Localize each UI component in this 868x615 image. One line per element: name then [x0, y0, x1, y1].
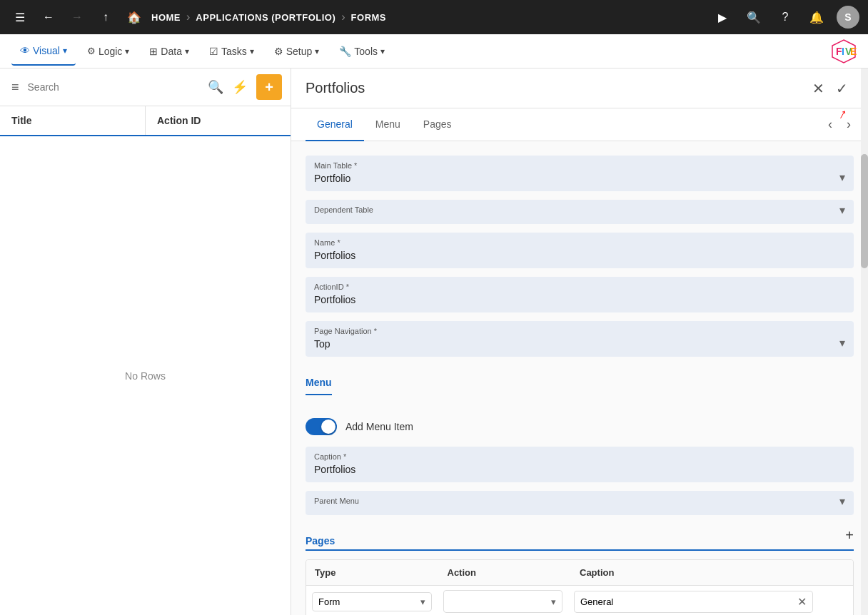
search-input[interactable]	[28, 81, 202, 93]
applications-label[interactable]: APPLICATIONS (PORTFOLIO)	[196, 12, 335, 23]
name-value[interactable]: Portfolios	[314, 250, 355, 261]
nav-item-visual[interactable]: 👁 Visual ▾	[11, 37, 76, 66]
form-pagination: ‹ ›	[817, 108, 862, 141]
caption-value[interactable]: Portfolios	[314, 464, 355, 475]
dependent-table-label: Dependent Table	[314, 205, 845, 214]
main-table-field: Main Table * Portfolio ▾	[306, 156, 854, 191]
pages-action-arrow: ▾	[551, 596, 556, 607]
pages-caption-input[interactable]: General ✕	[574, 591, 813, 613]
pages-table-row: Form ▾ ▾ General	[306, 586, 853, 615]
data-dropdown-icon: ▾	[185, 46, 189, 56]
action-id-field: ActionID * Portfolios	[306, 277, 854, 312]
parent-menu-label: Parent Menu	[314, 497, 845, 505]
top-nav: ☰ ← → ↑ 🏠 HOME › APPLICATIONS (PORTFOLIO…	[0, 0, 868, 34]
logic-dropdown-icon: ▾	[125, 46, 129, 56]
add-menu-item-toggle[interactable]	[306, 418, 337, 435]
nav-item-tools[interactable]: 🔧 Tools ▾	[330, 37, 393, 66]
pages-col-type: Type	[306, 560, 439, 585]
nav-item-logic[interactable]: ⚙ Logic ▾	[79, 37, 138, 66]
tab-general[interactable]: General	[306, 108, 364, 141]
page-navigation-value: Top	[314, 338, 330, 350]
main-table-label: Main Table *	[314, 161, 845, 170]
pages-caption-cell: General ✕	[568, 591, 819, 613]
logic-icon: ⚙	[87, 46, 96, 56]
top-nav-right: ▶ 🔍 ? 🔔 S	[711, 6, 859, 29]
dependent-table-dropdown-arrow: ▾	[839, 203, 845, 217]
menu-section-label: Menu	[306, 365, 332, 395]
nav-item-data[interactable]: ⊞ Data ▾	[141, 37, 198, 66]
tasks-label: Tasks	[221, 46, 247, 57]
pages-section-label: Pages	[306, 524, 335, 547]
toggle-knob	[321, 420, 335, 434]
form-header: Portfolios ✕ ✓ ↑	[291, 68, 868, 108]
pages-action-dropdown[interactable]: ▾	[443, 590, 563, 613]
lightning-button[interactable]: ⚡	[229, 76, 251, 98]
visual-icon: 👁	[20, 45, 30, 56]
play-button[interactable]: ▶	[711, 6, 734, 29]
right-panel: Portfolios ✕ ✓ ↑ ‹ › General Menu Pages …	[291, 68, 868, 615]
search-icon-button[interactable]: 🔍	[208, 79, 223, 95]
page-navigation-dropdown[interactable]: Top ▾	[314, 338, 845, 350]
name-label: Name *	[314, 238, 845, 247]
dependent-table-field: Dependent Table ▾	[306, 200, 854, 224]
pages-add-button[interactable]: +	[845, 527, 854, 544]
pages-caption-clear-button[interactable]: ✕	[797, 595, 807, 609]
tasks-dropdown-icon: ▾	[250, 46, 254, 56]
pages-type-value: Form	[318, 596, 340, 607]
form-title: Portfolios	[306, 80, 807, 96]
up-button[interactable]: ↑	[94, 6, 117, 29]
main-table-value: Portfolio	[314, 173, 350, 184]
pages-type-dropdown[interactable]: Form ▾	[312, 592, 432, 611]
page-navigation-dropdown-arrow: ▾	[839, 336, 845, 350]
tools-dropdown-icon: ▾	[380, 46, 385, 56]
prev-nav-button[interactable]: ‹	[822, 114, 838, 135]
logic-label: Logic	[99, 46, 122, 57]
avatar[interactable]: S	[837, 6, 859, 29]
main-layout: ≡ 🔍 ⚡ + Title Action ID No Rows Portfoli…	[0, 68, 868, 615]
form-save-button[interactable]: ✓	[830, 77, 854, 100]
svg-text:E: E	[850, 46, 857, 57]
setup-dropdown-icon: ▾	[315, 46, 319, 56]
nav-item-setup[interactable]: ⚙ Setup ▾	[266, 37, 328, 66]
scrollbar-thumb[interactable]	[861, 154, 868, 268]
data-icon: ⊞	[149, 46, 158, 57]
main-table-dropdown[interactable]: Portfolio ▾	[314, 173, 845, 184]
search-bar: ≡ 🔍 ⚡ +	[0, 68, 291, 106]
left-panel: ≡ 🔍 ⚡ + Title Action ID No Rows	[0, 68, 291, 615]
add-menu-item-row: Add Menu Item	[306, 418, 854, 435]
nav-item-tasks[interactable]: ☑ Tasks ▾	[201, 37, 263, 66]
main-table-dropdown-arrow: ▾	[839, 171, 845, 184]
form-close-button[interactable]: ✕	[807, 77, 830, 100]
hamburger-menu-button[interactable]: ☰	[9, 6, 31, 29]
notification-button[interactable]: 🔔	[805, 6, 828, 29]
pages-table-header-row: Type Action Caption	[306, 560, 853, 586]
search-button[interactable]: 🔍	[742, 6, 765, 29]
pages-header: Pages +	[306, 524, 854, 551]
page-navigation-field: Page Navigation * Top ▾	[306, 321, 854, 357]
form-content: General Menu Pages Main Table * Portfoli…	[291, 108, 868, 615]
scrollbar-track	[861, 68, 868, 615]
tab-pages[interactable]: Pages	[412, 108, 463, 141]
action-id-value[interactable]: Portfolios	[314, 294, 355, 305]
pages-col-caption: Caption	[571, 560, 819, 585]
parent-menu-dropdown-arrow: ▾	[839, 494, 845, 508]
tools-icon: 🔧	[339, 46, 351, 57]
filter-button[interactable]: ≡	[9, 77, 22, 98]
pages-col-action: Action	[439, 560, 572, 585]
tab-menu[interactable]: Menu	[364, 108, 412, 141]
help-button[interactable]: ?	[774, 6, 797, 29]
add-button[interactable]: +	[256, 74, 282, 100]
forms-label[interactable]: FORMS	[351, 12, 386, 23]
home-label[interactable]: HOME	[151, 12, 181, 23]
pages-section: Pages + Type Action Caption	[306, 524, 854, 615]
caption-label: Caption *	[314, 452, 845, 461]
general-section: Main Table * Portfolio ▾ Dependent Table…	[306, 156, 854, 357]
caption-field: Caption * Portfolios	[306, 447, 854, 482]
forward-button[interactable]: →	[66, 6, 89, 29]
title-column-header: Title	[0, 106, 146, 135]
visual-label: Visual	[33, 45, 60, 56]
tasks-icon: ☑	[209, 46, 218, 57]
name-field: Name * Portfolios	[306, 233, 854, 268]
next-nav-button[interactable]: ›	[841, 114, 857, 135]
back-button[interactable]: ←	[37, 6, 60, 29]
